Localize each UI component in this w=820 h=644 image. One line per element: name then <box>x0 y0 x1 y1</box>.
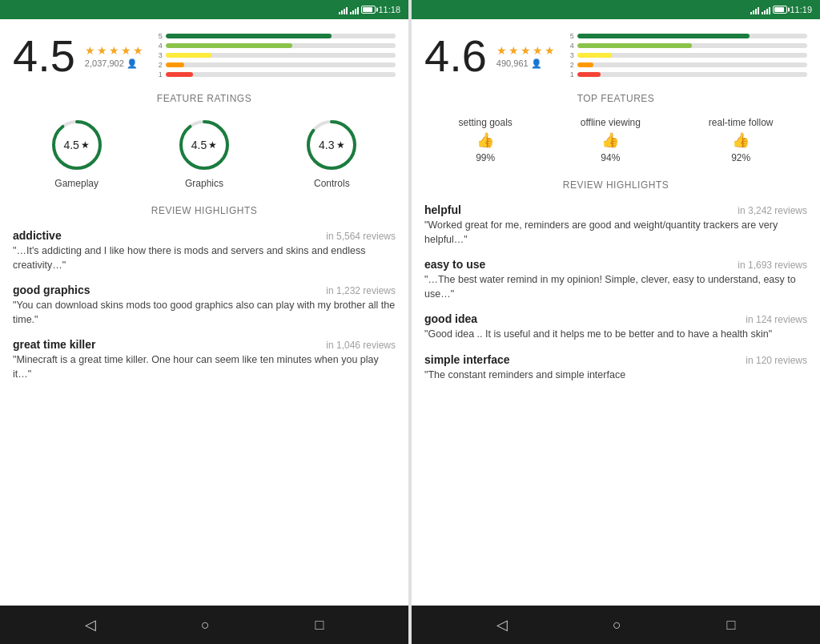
left-stars: ★ ★ ★ ★ ★ <box>85 44 143 57</box>
right-home-button[interactable]: ○ <box>613 617 621 634</box>
feature-percent-3: 92% <box>731 152 750 163</box>
thumb-icon-2: 👍 <box>601 131 619 149</box>
right-highlight-2: easy to use in 1,693 reviews "…The best … <box>424 258 807 301</box>
left-highlight-1: addictive in 5,564 reviews "…It's addict… <box>13 229 396 272</box>
r-star-4: ★ <box>533 44 543 57</box>
feature-setting-goals: setting goals 👍 99% <box>458 117 512 163</box>
right-rating-bars: 5 4 3 2 1 <box>568 32 807 80</box>
right-status-icons: 11:19 <box>750 5 812 14</box>
left-keyword-1: addictive <box>13 229 62 242</box>
star-1: ★ <box>85 44 95 57</box>
right-recent-button[interactable]: □ <box>726 617 735 634</box>
right-count-2: in 1,693 reviews <box>738 260 807 271</box>
bar-row-1: 1 <box>156 70 396 78</box>
signal-icon-2 <box>350 5 359 14</box>
feature-realtime-follow: real-time follow 👍 92% <box>709 117 774 163</box>
right-count-3: in 124 reviews <box>746 314 807 325</box>
controls-label: Controls <box>314 178 350 189</box>
right-quote-3: "Good idea .. It is useful and it helps … <box>424 328 807 342</box>
star-5: ★ <box>133 44 143 57</box>
right-quote-4: "The constant reminders and simple inter… <box>424 368 807 383</box>
bar-row-3: 3 <box>156 51 396 59</box>
r-star-2: ★ <box>508 44 519 57</box>
right-quote-2: "…The best water remind in my opinion! S… <box>424 273 807 301</box>
right-content: 4.6 ★ ★ ★ ★ ★ 490,961 👤 5 <box>412 19 820 606</box>
left-feature-circles: 4.5 ★ Gameplay 4.5 ★ <box>13 117 396 189</box>
right-phone: 11:19 4.6 ★ ★ ★ ★ ★ 490,961 👤 <box>412 0 820 644</box>
left-review-highlights: addictive in 5,564 reviews "…It's addict… <box>13 229 396 381</box>
left-keyword-2: good graphics <box>13 284 90 296</box>
left-content: 4.5 ★ ★ ★ ★ ★ 2,037,902 👤 5 <box>0 19 408 606</box>
bar-row-2: 2 <box>156 61 396 69</box>
left-rating-details: ★ ★ ★ ★ ★ 2,037,902 👤 <box>85 44 143 69</box>
right-top-features: setting goals 👍 99% offline viewing 👍 94… <box>424 117 807 163</box>
graphics-score: 4.5 <box>191 139 207 151</box>
top-features-title: TOP FEATURES <box>424 93 807 104</box>
graphics-label: Graphics <box>185 178 223 189</box>
right-back-button[interactable]: ◁ <box>496 616 508 634</box>
left-keyword-3: great time killer <box>13 338 96 351</box>
left-phone: 11:18 4.5 ★ ★ ★ ★ ★ 2,037,902 👤 <box>0 0 408 644</box>
star-4: ★ <box>121 44 131 57</box>
feature-name-2: offline viewing <box>581 117 641 128</box>
left-nav-bar: ◁ ○ □ <box>0 606 408 644</box>
r-star-1: ★ <box>496 44 507 57</box>
feature-percent-2: 94% <box>601 152 620 163</box>
thumb-icon-1: 👍 <box>476 131 494 149</box>
right-stars: ★ ★ ★ ★ ★ <box>496 44 555 57</box>
left-time: 11:18 <box>378 5 400 14</box>
signal-icon <box>339 5 348 14</box>
right-rating-details: ★ ★ ★ ★ ★ 490,961 👤 <box>496 44 555 69</box>
battery-icon <box>361 6 376 14</box>
right-highlight-1: helpful in 3,242 reviews "Worked great f… <box>424 203 807 247</box>
right-signal-icon <box>750 5 759 14</box>
right-keyword-3: good idea <box>424 312 477 325</box>
controls-circle: 4.3 ★ Controls <box>303 117 360 189</box>
r-star-3: ★ <box>521 44 531 57</box>
left-quote-2: "You can download skins mods too good gr… <box>13 299 396 327</box>
right-status-bar: 11:19 <box>412 0 820 19</box>
left-big-rating: 4.5 <box>13 34 75 78</box>
r-star-5: ★ <box>545 44 555 57</box>
graphics-circle: 4.5 ★ Graphics <box>176 117 232 189</box>
left-quote-3: "Minecraft is a great time killer. One h… <box>13 353 396 381</box>
left-count-1: in 5,564 reviews <box>326 231 396 242</box>
right-count-4: in 120 reviews <box>746 355 807 366</box>
left-review-title: REVIEW HIGHLIGHTS <box>13 205 396 216</box>
left-back-button[interactable]: ◁ <box>85 616 96 634</box>
gameplay-score: 4.5 <box>63 139 78 151</box>
right-rating-section: 4.6 ★ ★ ★ ★ ★ 490,961 👤 5 <box>424 32 807 80</box>
bar-row-4: 4 <box>156 42 396 50</box>
left-highlight-3: great time killer in 1,046 reviews "Mine… <box>13 338 396 381</box>
left-count-2: in 1,232 reviews <box>326 285 396 296</box>
controls-score: 4.3 <box>319 139 334 151</box>
right-keyword-1: helpful <box>424 203 461 216</box>
right-keyword-4: simple interface <box>424 353 510 366</box>
left-recent-button[interactable]: □ <box>315 617 324 634</box>
feature-name-1: setting goals <box>458 117 512 128</box>
left-status-icons: 11:18 <box>339 5 400 14</box>
star-3: ★ <box>109 44 119 57</box>
feature-name-3: real-time follow <box>709 117 774 128</box>
right-keyword-2: easy to use <box>424 258 485 271</box>
thumb-icon-3: 👍 <box>732 131 750 149</box>
gameplay-label: Gameplay <box>54 178 98 189</box>
left-highlight-2: good graphics in 1,232 reviews "You can … <box>13 284 396 327</box>
feature-ratings-title: FEATURE RATINGS <box>13 93 396 104</box>
feature-percent-1: 99% <box>476 152 495 163</box>
left-rating-bars: 5 4 3 2 1 <box>156 32 396 80</box>
right-nav-bar: ◁ ○ □ <box>412 606 820 644</box>
right-signal-icon-2 <box>762 5 770 14</box>
right-highlight-4: simple interface in 120 reviews "The con… <box>424 353 807 383</box>
right-count-1: in 3,242 reviews <box>738 205 807 216</box>
right-review-highlights: helpful in 3,242 reviews "Worked great f… <box>424 203 807 382</box>
left-status-bar: 11:18 <box>0 0 408 19</box>
right-big-rating: 4.6 <box>424 34 487 78</box>
right-quote-1: "Worked great for me, reminders are good… <box>424 219 807 247</box>
gameplay-circle: 4.5 ★ Gameplay <box>49 117 105 189</box>
left-quote-1: "…It's addicting and I like how there is… <box>13 244 396 272</box>
left-home-button[interactable]: ○ <box>201 617 210 634</box>
feature-offline-viewing: offline viewing 👍 94% <box>581 117 641 163</box>
star-2: ★ <box>97 44 107 57</box>
right-highlight-3: good idea in 124 reviews "Good idea .. I… <box>424 312 807 342</box>
